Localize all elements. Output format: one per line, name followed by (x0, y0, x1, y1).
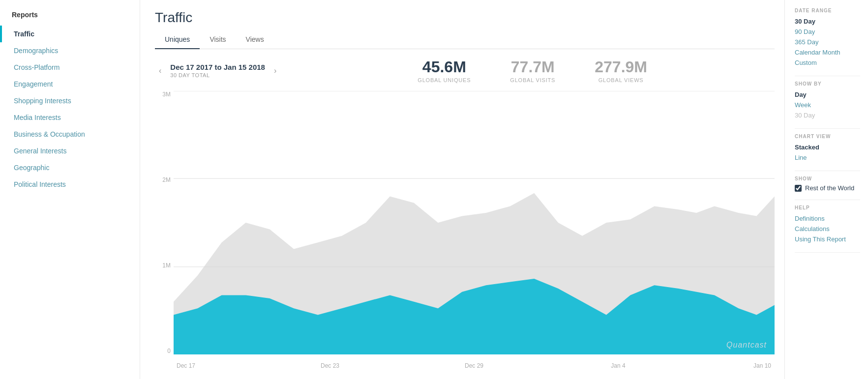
rp-option-30day-show[interactable]: 30 Day (795, 110, 860, 120)
rp-divider (795, 171, 860, 171)
prev-arrow[interactable]: ‹ (155, 64, 165, 77)
stat-global-uniques: 45.6MGLOBAL UNIQUES (418, 58, 471, 83)
stat-label-global-visits: GLOBAL VISITS (510, 77, 555, 83)
rp-section-show-by: SHOW BYDayWeek30 Day (795, 81, 860, 120)
sidebar-item-cross-platform[interactable]: Cross-Platform (0, 59, 140, 76)
chart-x-labels: Dec 17Dec 23Dec 29Jan 4Jan 10 (174, 355, 775, 369)
date-stats-row: ‹ Dec 17 2017 to Jan 15 2018 30 DAY TOTA… (155, 58, 775, 83)
date-range-text: Dec 17 2017 to Jan 15 2018 (170, 63, 265, 71)
stat-label-global-views: GLOBAL VIEWS (595, 77, 647, 83)
rp-option-90day[interactable]: 90 Day (795, 27, 860, 37)
sidebar-item-business-occupation[interactable]: Business & Occupation (0, 126, 140, 143)
rp-option-day[interactable]: Day (795, 89, 860, 100)
rp-option-definitions[interactable]: Definitions (795, 213, 860, 224)
rp-divider (795, 200, 860, 200)
rp-option-using-this-report[interactable]: Using This Report (795, 234, 860, 244)
rp-section-help: HELPDefinitionsCalculationsUsing This Re… (795, 205, 860, 244)
chart-x-label: Jan 4 (606, 362, 630, 369)
rp-section-label-show: SHOW (795, 176, 860, 181)
rp-divider (795, 128, 860, 129)
chart-svg (174, 91, 775, 354)
tabs: UniquesVisitsViews (155, 31, 775, 49)
rp-divider (795, 76, 860, 76)
chart-watermark: Quantcast (726, 341, 767, 350)
chart-x-label: Dec 17 (174, 362, 198, 369)
sidebar-item-political-interests[interactable]: Political Interests (0, 176, 140, 193)
stats-block: 45.6MGLOBAL UNIQUES77.7MGLOBAL VISITS277… (290, 58, 775, 83)
stat-global-visits: 77.7MGLOBAL VISITS (510, 58, 555, 83)
sidebar-item-shopping-interests[interactable]: Shopping Interests (0, 92, 140, 109)
rp-section-show: SHOWRest of the World (795, 176, 860, 192)
tab-uniques[interactable]: Uniques (155, 31, 200, 49)
chart-x-label: Dec 23 (318, 362, 342, 369)
stat-label-global-uniques: GLOBAL UNIQUES (418, 77, 471, 83)
rp-checkbox-row-show: Rest of the World (795, 184, 860, 192)
chart-x-label: Jan 10 (750, 362, 775, 369)
sidebar-item-media-interests[interactable]: Media Interests (0, 109, 140, 126)
date-label-block: Dec 17 2017 to Jan 15 2018 30 DAY TOTAL (170, 63, 265, 78)
sidebar-nav: TrafficDemographicsCross-PlatformEngagem… (0, 26, 140, 193)
sidebar-reports-label: Reports (0, 9, 140, 26)
chart-y-label: 3M (162, 91, 171, 98)
sidebar: Reports TrafficDemographicsCross-Platfor… (0, 0, 140, 379)
chart-y-label: 1M (162, 262, 171, 269)
sidebar-item-engagement[interactable]: Engagement (0, 76, 140, 92)
rp-section-date-range: DATE RANGE30 Day90 Day365 DayCalendar Mo… (795, 8, 860, 68)
rp-section-chart-view: CHART VIEWStackedLine (795, 134, 860, 163)
chart-container: 3M2M1M0 Dec 17Dec 23Dec 29Jan 4Jan 10 Qu… (155, 91, 775, 369)
sidebar-item-traffic[interactable]: Traffic (0, 26, 140, 42)
rp-option-calendar-month[interactable]: Calendar Month (795, 47, 860, 58)
rp-option-custom[interactable]: Custom (795, 58, 860, 68)
rp-option-365day[interactable]: 365 Day (795, 37, 860, 47)
chart-y-label: 0 (167, 348, 171, 354)
rp-option-week[interactable]: Week (795, 100, 860, 110)
chart-y-labels: 3M2M1M0 (155, 91, 174, 354)
rp-section-label-help: HELP (795, 205, 860, 210)
date-sub: 30 DAY TOTAL (170, 72, 265, 78)
rp-option-line[interactable]: Line (795, 152, 860, 163)
stat-value-global-visits: 77.7M (510, 58, 555, 76)
rp-option-calculations[interactable]: Calculations (795, 224, 860, 234)
main-content: Traffic UniquesVisitsViews ‹ Dec 17 2017… (140, 0, 784, 379)
sidebar-item-demographics[interactable]: Demographics (0, 42, 140, 59)
stat-global-views: 277.9MGLOBAL VIEWS (595, 58, 647, 83)
rp-option-stacked[interactable]: Stacked (795, 142, 860, 152)
rp-section-label-chart-view: CHART VIEW (795, 134, 860, 139)
stat-value-global-uniques: 45.6M (418, 58, 471, 76)
rp-option-30day[interactable]: 30 Day (795, 16, 860, 27)
next-arrow[interactable]: › (270, 64, 280, 77)
right-panel: DATE RANGE30 Day90 Day365 DayCalendar Mo… (784, 0, 868, 379)
stat-value-global-views: 277.9M (595, 58, 647, 76)
chart-y-label: 2M (162, 176, 171, 183)
tab-visits[interactable]: Visits (200, 31, 236, 49)
date-nav: ‹ Dec 17 2017 to Jan 15 2018 30 DAY TOTA… (155, 63, 280, 78)
chart-inner (174, 91, 775, 354)
rp-checkbox-show[interactable] (795, 185, 802, 192)
chart-x-label: Dec 29 (462, 362, 486, 369)
sidebar-item-geographic[interactable]: Geographic (0, 159, 140, 176)
sidebar-item-general-interests[interactable]: General Interests (0, 143, 140, 159)
rp-divider (795, 252, 860, 253)
page-title: Traffic (155, 10, 775, 26)
rp-checkbox-label-show: Rest of the World (805, 184, 854, 192)
rp-section-label-date-range: DATE RANGE (795, 8, 860, 13)
tab-views[interactable]: Views (236, 31, 274, 49)
rp-section-label-show-by: SHOW BY (795, 81, 860, 87)
